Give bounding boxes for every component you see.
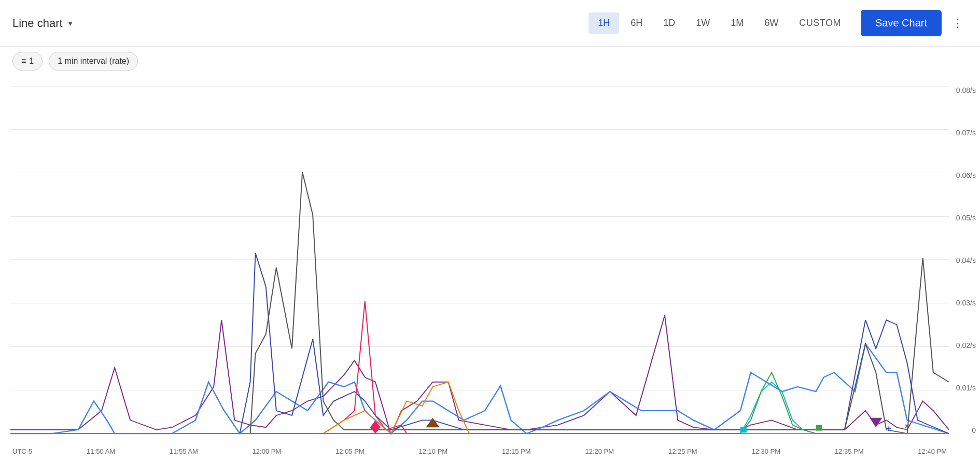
x-label-1205: 12:05 PM — [335, 447, 365, 455]
triangle-marker-orange — [426, 418, 439, 427]
time-btn-1d[interactable]: 1D — [654, 12, 684, 34]
line-blue — [10, 344, 949, 433]
sub-header: ≡ 1 1 min interval (rate) — [0, 47, 980, 76]
chart-title-text: Line chart — [12, 17, 63, 30]
x-label-1150: 11:50 AM — [87, 447, 115, 455]
line-purple — [10, 315, 949, 435]
line-indigo — [10, 253, 949, 433]
y-label-5: 0.05/s — [949, 214, 976, 222]
x-label-1235: 12:35 PM — [835, 447, 864, 455]
header: Line chart ▼ 1H 6H 1D 1W 1M 6W CUSTOM Sa… — [0, 0, 980, 47]
x-axis-labels: UTC-5 11:50 AM 11:55 AM 12:00 PM 12:05 P… — [10, 447, 949, 455]
y-label-6: 0.06/s — [949, 171, 976, 179]
time-btn-1w[interactable]: 1W — [687, 12, 719, 34]
save-chart-button[interactable]: Save Chart — [861, 10, 942, 36]
y-label-7: 0.07/s — [949, 129, 976, 137]
x-marker-gray: × — [905, 422, 909, 430]
more-options-button[interactable]: ⋮ — [948, 12, 968, 34]
x-label-1220: 12:20 PM — [585, 447, 614, 455]
x-label-1240: 12:40 PM — [918, 447, 947, 455]
y-label-8: 0.08/s — [949, 86, 976, 94]
chart-svg: + × — [10, 86, 949, 435]
square-marker-green — [816, 425, 822, 431]
y-axis-labels: 0.08/s 0.07/s 0.06/s 0.05/s 0.04/s 0.03/… — [949, 86, 980, 435]
y-label-0: 0 — [949, 426, 976, 435]
y-label-1: 0.01/s — [949, 384, 976, 392]
time-btn-custom[interactable]: CUSTOM — [790, 12, 850, 34]
chart-title-dropdown[interactable]: Line chart ▼ — [12, 17, 74, 30]
x-label-1215: 12:15 PM — [502, 447, 531, 455]
y-label-3: 0.03/s — [949, 299, 976, 307]
chevron-down-icon: ▼ — [67, 19, 74, 27]
time-controls: 1H 6H 1D 1W 1M 6W CUSTOM Save Chart ⋮ — [589, 10, 968, 36]
x-label-1155: 11:55 AM — [170, 447, 198, 455]
chart-area: 0.08/s 0.07/s 0.06/s 0.05/s 0.04/s 0.03/… — [0, 76, 980, 476]
filter-icon: ≡ — [21, 57, 26, 66]
line-gray — [10, 172, 949, 433]
time-btn-6w[interactable]: 6W — [755, 12, 788, 34]
filter-count: 1 — [29, 57, 34, 66]
interval-label: 1 min interval (rate) — [58, 57, 129, 66]
diamond-marker-pink — [370, 420, 381, 433]
plus-marker-blue: + — [886, 424, 892, 433]
time-btn-6h[interactable]: 6H — [621, 12, 652, 34]
x-label-1230: 12:30 PM — [751, 447, 780, 455]
x-label-utc5: UTC-5 — [12, 447, 32, 455]
y-label-4: 0.04/s — [949, 256, 976, 264]
chart-container: 0.08/s 0.07/s 0.06/s 0.05/s 0.04/s 0.03/… — [10, 81, 980, 455]
x-label-1225: 12:25 PM — [668, 447, 697, 455]
time-btn-1m[interactable]: 1M — [721, 12, 753, 34]
x-label-1200: 12:00 PM — [253, 447, 282, 455]
time-btn-1h[interactable]: 1H — [589, 12, 619, 34]
x-label-1210: 12:10 PM — [419, 447, 448, 455]
filter-button[interactable]: ≡ 1 — [12, 52, 43, 71]
y-label-2: 0.02/s — [949, 341, 976, 349]
square-marker-teal — [740, 427, 747, 432]
interval-button[interactable]: 1 min interval (rate) — [49, 52, 138, 71]
